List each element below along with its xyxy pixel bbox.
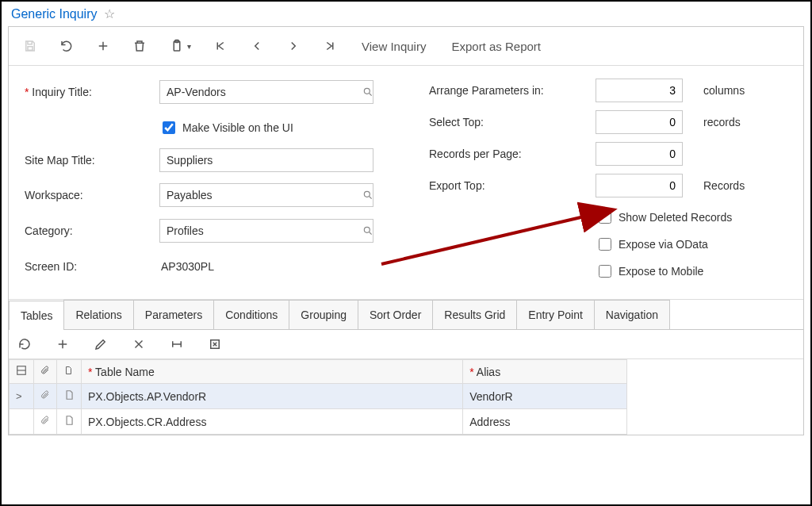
svg-rect-0: [28, 47, 33, 51]
expose-odata-label: Expose via OData: [619, 238, 708, 251]
tab-grouping[interactable]: Grouping: [289, 300, 358, 329]
select-top-label: Select Top:: [429, 116, 596, 128]
form-left-column: Inquiry Title: Make Visible on the UI Si…: [25, 79, 381, 280]
alias-header[interactable]: Alias: [463, 360, 627, 384]
tab-tables[interactable]: Tables: [9, 301, 64, 330]
row-alias: Address: [463, 409, 627, 435]
favorite-star-icon[interactable]: ☆: [104, 6, 115, 21]
inquiry-title-label: Inquiry Title:: [25, 86, 159, 98]
grid-toolbar: [9, 330, 803, 359]
site-map-title-input[interactable]: [159, 148, 373, 172]
summary-form: Inquiry Title: Make Visible on the UI Si…: [9, 66, 803, 300]
inquiry-title-input[interactable]: [159, 80, 373, 104]
tables-grid: Table Name Alias >PX.Objects.AP.VendorRV…: [9, 359, 627, 435]
rpp-label: Records per Page:: [429, 148, 596, 160]
search-icon[interactable]: [362, 86, 373, 98]
row-indicator-icon: [10, 409, 34, 435]
grid-fit-icon[interactable]: [169, 336, 185, 352]
screen-id-label: Screen ID:: [25, 260, 159, 273]
row-table-name: PX.Objects.CR.Address: [82, 409, 463, 435]
arrange-label: Arrange Parameters in:: [429, 84, 596, 97]
make-visible-label: Make Visible on the UI: [182, 121, 293, 134]
export-top-label: Export Top:: [429, 179, 596, 192]
export-top-unit: Records: [699, 179, 754, 192]
inquiry-title-field-wrap: [159, 80, 381, 104]
first-icon[interactable]: [202, 32, 239, 60]
svg-line-12: [370, 232, 372, 235]
export-top-input[interactable]: [596, 174, 683, 197]
show-deleted-checkbox[interactable]: [599, 211, 611, 224]
table-row[interactable]: >PX.Objects.AP.VendorRVendorR: [10, 384, 627, 409]
row-indicator-icon: >: [10, 384, 34, 409]
table-row[interactable]: PX.Objects.CR.AddressAddress: [10, 409, 627, 435]
workspace-input[interactable]: [159, 183, 373, 207]
row-file-icon[interactable]: [57, 409, 82, 435]
category-label: Category:: [25, 224, 159, 237]
search-icon[interactable]: [362, 190, 373, 201]
grid-delete-icon[interactable]: [131, 336, 147, 352]
select-top-input[interactable]: [596, 110, 683, 134]
form-right-column: Arrange Parameters in: columns Select To…: [429, 79, 754, 280]
next-icon[interactable]: [275, 32, 312, 60]
expose-odata-checkbox[interactable]: [599, 238, 611, 251]
row-table-name: PX.Objects.AP.VendorR: [82, 384, 463, 409]
show-deleted-label: Show Deleted Records: [619, 211, 732, 224]
arrange-unit: columns: [699, 84, 754, 97]
svg-line-8: [370, 94, 372, 96]
tab-conditions[interactable]: Conditions: [213, 300, 289, 329]
rpp-input[interactable]: [596, 142, 683, 166]
search-icon[interactable]: [362, 225, 373, 236]
grid-edit-icon[interactable]: [93, 336, 109, 352]
svg-line-10: [370, 197, 372, 199]
page-title-link[interactable]: Generic Inquiry: [11, 7, 98, 21]
expose-mobile-label: Expose to Mobile: [619, 265, 703, 278]
tab-navigation[interactable]: Navigation: [594, 300, 670, 329]
add-icon[interactable]: [85, 32, 121, 60]
title-bar: Generic Inquiry ☆: [2, 2, 810, 25]
prev-icon[interactable]: [239, 32, 275, 60]
main-toolbar: ▾ View Inquiry Export as Report: [9, 27, 803, 66]
grid-file-header: [57, 360, 82, 384]
row-attach-icon[interactable]: [34, 384, 57, 409]
last-icon[interactable]: [312, 32, 348, 60]
make-visible-checkbox[interactable]: [163, 121, 175, 134]
export-as-report-button[interactable]: Export as Report: [439, 40, 553, 53]
grid-export-icon[interactable]: [207, 336, 223, 352]
make-visible-row: Make Visible on the UI: [159, 119, 381, 136]
row-alias: VendorR: [463, 384, 627, 409]
svg-point-9: [364, 192, 370, 197]
workspace-label: Workspace:: [25, 189, 159, 201]
arrange-input[interactable]: [596, 79, 683, 102]
clipboard-dropdown-icon[interactable]: ▾: [158, 32, 202, 60]
delete-icon[interactable]: [121, 32, 158, 60]
tab-entry-point[interactable]: Entry Point: [516, 300, 594, 329]
detail-tabs: TablesRelationsParametersConditionsGroup…: [9, 300, 803, 330]
save-icon[interactable]: [12, 32, 48, 60]
tab-relations[interactable]: Relations: [63, 300, 133, 329]
row-file-icon[interactable]: [57, 384, 82, 409]
tab-parameters[interactable]: Parameters: [133, 300, 214, 329]
site-map-title-label: Site Map Title:: [25, 154, 159, 167]
grid-attach-header: [34, 360, 57, 384]
row-attach-icon[interactable]: [34, 409, 57, 435]
tab-results-grid[interactable]: Results Grid: [432, 300, 517, 329]
select-top-unit: records: [699, 116, 754, 128]
undo-icon[interactable]: [48, 32, 85, 60]
expose-mobile-checkbox[interactable]: [599, 265, 611, 278]
svg-point-7: [364, 89, 370, 94]
table-name-header[interactable]: Table Name: [82, 360, 463, 384]
tab-sort-order[interactable]: Sort Order: [358, 300, 433, 329]
category-input[interactable]: [159, 219, 373, 243]
main-frame: ▾ View Inquiry Export as Report Inquiry …: [8, 26, 804, 435]
view-inquiry-button[interactable]: View Inquiry: [349, 40, 439, 53]
screen-id-input[interactable]: [159, 255, 373, 278]
grid-add-icon[interactable]: [55, 336, 71, 352]
svg-point-11: [364, 227, 370, 232]
grid-settings-header[interactable]: [10, 360, 34, 384]
grid-refresh-icon[interactable]: [17, 336, 33, 352]
